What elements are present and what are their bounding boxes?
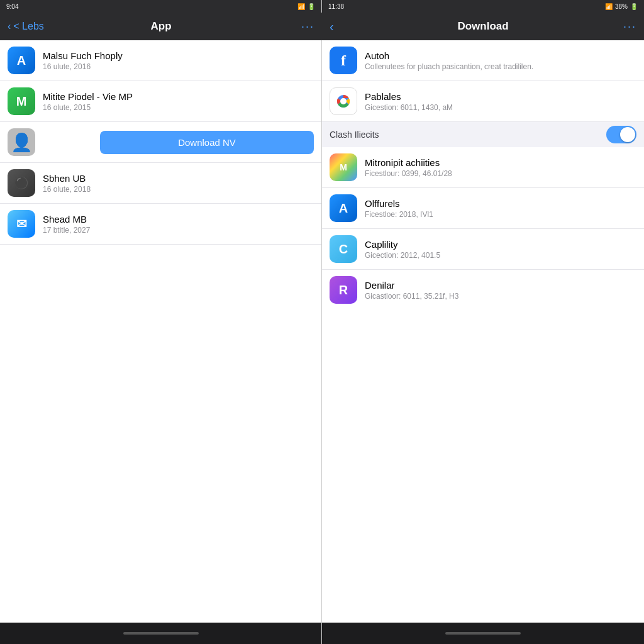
- avatar-icon: 👤: [8, 128, 35, 156]
- toggle-knob: [620, 127, 635, 142]
- right-signal-icon: 📶: [605, 3, 613, 10]
- olffurels-title: Olffurels: [365, 198, 636, 209]
- left-status-left: 9:04: [6, 3, 18, 10]
- right-list-item-pablales[interactable]: Pablales Gicestion: 6011, 1430, aM: [322, 81, 644, 122]
- list-item-title-2: Mitite Piodel - Vie MP: [43, 91, 314, 102]
- right-battery-text: 38%: [615, 3, 628, 10]
- caplility-subtitle: Gicection: 2012, 401.5: [365, 251, 636, 260]
- pablales-title: Pablales: [365, 91, 636, 102]
- list-item[interactable]: ⚫ Sbhen UB 16 olute, 2018: [0, 163, 321, 204]
- clash-item-caplility[interactable]: C Caplility Gicection: 2012, 401.5: [322, 229, 644, 270]
- left-nav: ‹ < Lebs App ···: [0, 13, 322, 40]
- denilar-icon: R: [330, 276, 357, 304]
- olffurels-letter: A: [339, 201, 348, 216]
- right-list: f Autoh Collenutees for pluach pasicanti…: [322, 40, 644, 331]
- autoh-text: Autoh Collenutees for pluach pasicantion…: [365, 50, 636, 71]
- left-back-label[interactable]: < Lebs: [13, 21, 43, 32]
- list-item-title-1: Malsu Fuch Fhoply: [43, 50, 314, 61]
- download-nv-button[interactable]: Download NV: [100, 131, 314, 154]
- left-bottom-bar: [0, 623, 321, 644]
- right-back-button[interactable]: ‹: [330, 19, 334, 34]
- app-icon-2: M: [8, 87, 35, 115]
- left-status-right: 📶 🔋: [297, 3, 315, 10]
- download-button-row: 👤 Download NV: [0, 122, 321, 163]
- section-header-label: Clash Iliecits: [330, 130, 379, 140]
- list-item-subtitle-2: 16 olute, 2015: [43, 103, 314, 112]
- list-item[interactable]: ✉ Shead MB 17 btitle, 2027: [0, 204, 321, 245]
- list-item-text-4: Sbhen UB 16 olute, 2018: [43, 173, 314, 194]
- right-bottom-bar: [322, 623, 644, 644]
- facebook-icon: f: [330, 47, 357, 74]
- left-back-button[interactable]: ‹ < Lebs: [8, 21, 44, 32]
- app-icon-5: ✉: [8, 210, 35, 238]
- fb-letter: f: [341, 52, 346, 69]
- chrome-icon: [330, 87, 357, 115]
- denilar-subtitle: Gicastloor: 6011, 35.21f, H3: [365, 292, 636, 301]
- left-signal-icon: 📶: [297, 3, 305, 10]
- app-icon-letter-4: ⚫: [14, 176, 28, 190]
- autoh-subtitle: Collenutees for pluach pasicantion, crea…: [365, 62, 636, 71]
- pablales-text: Pablales Gicestion: 6011, 1430, aM: [365, 91, 636, 112]
- right-more-button[interactable]: ···: [623, 20, 636, 33]
- left-more-button[interactable]: ···: [301, 20, 314, 33]
- left-more-icon[interactable]: ···: [301, 20, 314, 33]
- section-header-clash: Clash Iliecits: [322, 122, 644, 147]
- app-icon-1: A: [8, 47, 35, 74]
- right-panel: 11:38 📶 38% 🔋 ‹ Download ··· f Autoh: [322, 0, 644, 644]
- app-icon-letter-5: ✉: [16, 216, 27, 231]
- list-item-subtitle-5: 17 btitle, 2027: [43, 226, 314, 235]
- right-time: 11:38: [328, 3, 344, 10]
- clash-item-olffurels[interactable]: A Olffurels Ficestloe: 2018, IVl1: [322, 188, 644, 229]
- left-nav-title: App: [150, 20, 171, 33]
- clash-item-denilar[interactable]: R Denilar Gicastloor: 6011, 35.21f, H3: [322, 270, 644, 310]
- right-status-right: 📶 38% 🔋: [605, 3, 638, 10]
- olffurels-subtitle: Ficestloe: 2018, IVl1: [365, 210, 636, 219]
- clash-item-mitronipit[interactable]: M Mitronipit achiities Ficestlour: 0399,…: [322, 147, 644, 188]
- list-item-text-5: Shead MB 17 btitle, 2027: [43, 214, 314, 235]
- left-list: A Malsu Fuch Fhoply 16 ulute, 2016 M Mit…: [0, 40, 321, 331]
- left-chevron-icon: ‹: [8, 21, 11, 32]
- olffurels-icon: A: [330, 194, 357, 222]
- list-item-subtitle-4: 16 olute, 2018: [43, 185, 314, 194]
- app-icon-letter-2: M: [16, 94, 27, 109]
- mitronipit-letter: M: [340, 162, 347, 172]
- list-item-text-1: Malsu Fuch Fhoply 16 ulute, 2016: [43, 50, 314, 71]
- mitronipit-text: Mitronipit achiities Ficestlour: 0399, 4…: [365, 157, 636, 178]
- mitronipit-icon: M: [330, 153, 357, 181]
- chrome-svg: [333, 91, 353, 111]
- list-item[interactable]: M Mitite Piodel - Vie MP 16 olute, 2015: [0, 81, 321, 122]
- list-item-title-5: Shead MB: [43, 214, 314, 225]
- autoh-title: Autoh: [365, 50, 636, 61]
- denilar-title: Denilar: [365, 280, 636, 291]
- right-more-icon[interactable]: ···: [623, 20, 636, 33]
- right-home-indicator: [445, 632, 521, 635]
- list-item-title-4: Sbhen UB: [43, 173, 314, 184]
- app-icon-4: ⚫: [8, 169, 35, 197]
- right-list-item-autoh[interactable]: f Autoh Collenutees for pluach pasicanti…: [322, 40, 644, 81]
- caplility-letter: C: [339, 242, 348, 257]
- list-item[interactable]: A Malsu Fuch Fhoply 16 ulute, 2016: [0, 40, 321, 81]
- list-item-text-2: Mitite Piodel - Vie MP 16 olute, 2015: [43, 91, 314, 112]
- caplility-text: Caplility Gicection: 2012, 401.5: [365, 239, 636, 260]
- caplility-icon: C: [330, 235, 357, 263]
- avatar-image: 👤: [11, 132, 33, 153]
- olffurels-text: Olffurels Ficestloe: 2018, IVl1: [365, 198, 636, 219]
- left-nav-bar: ‹ < Lebs App ···: [0, 13, 322, 40]
- right-battery-icon: 🔋: [630, 3, 638, 10]
- right-chevron-icon: ‹: [330, 19, 334, 34]
- clash-toggle[interactable]: [606, 126, 636, 143]
- caplility-title: Caplility: [365, 239, 636, 250]
- left-time: 9:04: [6, 3, 18, 10]
- right-status-bar: 11:38 📶 38% 🔋: [322, 0, 644, 13]
- right-nav-title: Download: [457, 20, 508, 33]
- left-battery-icon: 🔋: [308, 3, 315, 10]
- mitronipit-subtitle: Ficestlour: 0399, 46.01/28: [365, 169, 636, 178]
- left-home-indicator: [123, 632, 199, 635]
- mitronipit-title: Mitronipit achiities: [365, 157, 636, 168]
- left-panel: 9:04 📶 🔋 ‹ < Lebs App ··· A Malsu F: [0, 0, 322, 644]
- denilar-text: Denilar Gicastloor: 6011, 35.21f, H3: [365, 280, 636, 301]
- svg-point-2: [340, 98, 347, 104]
- right-nav-bar: ‹ Download ···: [322, 13, 644, 40]
- right-nav: ‹ Download ···: [322, 13, 644, 40]
- app-icon-letter-1: A: [17, 53, 26, 68]
